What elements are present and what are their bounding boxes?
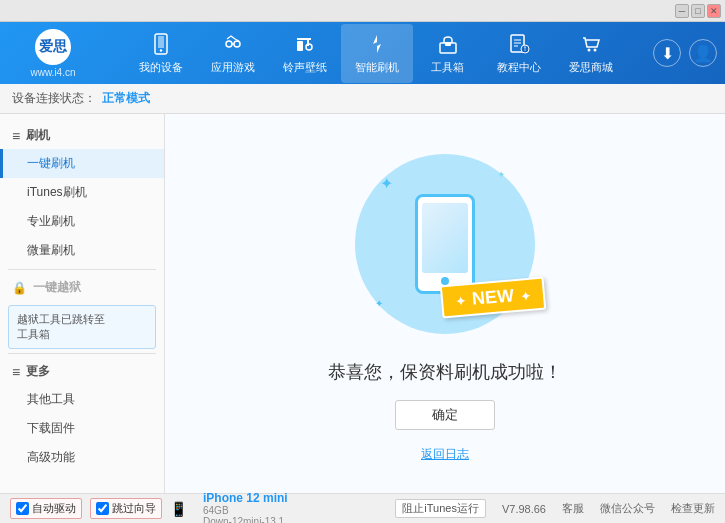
device-capacity: 64GB — [203, 505, 288, 516]
wechat-public-link[interactable]: 微信公众号 — [600, 501, 655, 516]
stop-itunes-btn[interactable]: 阻止iTunes运行 — [395, 499, 486, 518]
confirm-button[interactable]: 确定 — [395, 400, 495, 430]
sidebar-item-other-tools[interactable]: 其他工具 — [0, 385, 164, 414]
nav-my-device[interactable]: 我的设备 — [125, 24, 197, 83]
svg-point-3 — [226, 41, 232, 47]
store-icon — [579, 32, 603, 56]
sidebar-divider-2 — [8, 353, 156, 354]
sidebar-item-micro[interactable]: 微量刷机 — [0, 236, 164, 265]
window-controls[interactable]: ─ □ ✕ — [675, 4, 721, 18]
svg-point-14 — [593, 48, 596, 51]
logo-area[interactable]: 爱思 www.i4.cn — [8, 29, 98, 78]
nav-store[interactable]: 爱思商城 — [555, 24, 627, 83]
lock-icon: 🔒 — [12, 281, 27, 295]
jailbreak-note-text: 越狱工具已跳转至工具箱 — [17, 313, 105, 340]
sidebar-item-download-firmware[interactable]: 下载固件 — [0, 414, 164, 443]
sparkle-2: ✦ — [497, 169, 505, 180]
sidebar-item-onekey[interactable]: 一键刷机 — [0, 149, 164, 178]
center-content: ✦ ✦ ✦ ✦ NEW ✦ 恭喜您，保资料刷机成功啦！ — [165, 114, 725, 493]
check-update-link[interactable]: 检查更新 — [671, 501, 715, 516]
smart-flash-icon — [365, 32, 389, 56]
status-label: 设备连接状态： — [12, 90, 96, 107]
device-name: iPhone 12 mini — [203, 491, 288, 505]
sidebar-item-pro[interactable]: 专业刷机 — [0, 207, 164, 236]
skip-wizard-label: 跳过向导 — [112, 501, 156, 516]
sidebar-section-flash: ≡ 刷机 — [0, 122, 164, 149]
status-value: 正常模式 — [102, 90, 150, 107]
nav-ringtone[interactable]: 铃声壁纸 — [269, 24, 341, 83]
tutorial-icon — [507, 32, 531, 56]
nav-store-label: 爱思商城 — [569, 60, 613, 75]
phone-home-button — [441, 277, 449, 285]
svg-rect-10 — [445, 42, 451, 46]
sidebar-item-itunes[interactable]: iTunes刷机 — [0, 178, 164, 207]
sparkle-3: ✦ — [375, 298, 383, 309]
phone-screen — [422, 203, 468, 273]
skip-wizard-checkbox[interactable] — [96, 502, 109, 515]
nav-right: ⬇ 👤 — [653, 39, 717, 67]
success-illustration: ✦ ✦ ✦ ✦ NEW ✦ — [345, 144, 545, 344]
user-btn[interactable]: 👤 — [689, 39, 717, 67]
jailbreak-note-box: 越狱工具已跳转至工具箱 — [8, 305, 156, 349]
minimize-btn[interactable]: ─ — [675, 4, 689, 18]
device-info-area: iPhone 12 mini 64GB Down-12mini-13,1 — [203, 491, 288, 524]
close-btn[interactable]: ✕ — [707, 4, 721, 18]
download-btn[interactable]: ⬇ — [653, 39, 681, 67]
bottom-left: 自动驱动 跳过向导 📱 iPhone 12 mini 64GB Down-12m… — [10, 491, 395, 524]
svg-point-13 — [587, 48, 590, 51]
nav-apps-games[interactable]: 应用游戏 — [197, 24, 269, 83]
nav-ringtone-label: 铃声壁纸 — [283, 60, 327, 75]
sidebar-divider-1 — [8, 269, 156, 270]
auto-drive-checkbox[interactable] — [16, 502, 29, 515]
title-bar: ─ □ ✕ — [0, 0, 725, 22]
nav-smart-flash-label: 智能刷机 — [355, 60, 399, 75]
version-text: V7.98.66 — [502, 503, 546, 515]
nav-my-device-label: 我的设备 — [139, 60, 183, 75]
status-bar: 设备连接状态： 正常模式 — [0, 84, 725, 114]
checkbox-group: 自动驱动 — [10, 498, 82, 519]
nav-smart-flash[interactable]: 智能刷机 — [341, 24, 413, 83]
bottom-bar: 自动驱动 跳过向导 📱 iPhone 12 mini 64GB Down-12m… — [0, 493, 725, 523]
nav-toolbox[interactable]: 工具箱 — [413, 24, 483, 83]
nav-items: 我的设备 应用游戏 — [98, 24, 653, 83]
logo-text: www.i4.cn — [30, 67, 75, 78]
svg-point-4 — [234, 41, 240, 47]
ringtone-icon — [293, 32, 317, 56]
sparkle-1: ✦ — [380, 174, 393, 193]
nav-tutorial[interactable]: 教程中心 — [483, 24, 555, 83]
maximize-btn[interactable]: □ — [691, 4, 705, 18]
flash-section-icon: ≡ — [12, 128, 20, 144]
sidebar-section-more: ≡ 更多 — [0, 358, 164, 385]
svg-point-12 — [521, 45, 529, 53]
phone-body — [415, 194, 475, 294]
phone-circle-bg: ✦ ✦ ✦ ✦ NEW ✦ — [355, 154, 535, 334]
back-log-link[interactable]: 返回日志 — [421, 446, 469, 463]
svg-point-2 — [159, 49, 161, 51]
my-device-icon — [149, 32, 173, 56]
device-phone-icon: 📱 — [170, 501, 187, 517]
svg-rect-5 — [297, 41, 303, 51]
device-model: Down-12mini-13,1 — [203, 516, 288, 524]
logo-icon: 爱思 — [35, 29, 71, 65]
main-content: ≡ 刷机 一键刷机 iTunes刷机 专业刷机 微量刷机 🔒 一键越狱 越狱工具… — [0, 114, 725, 493]
nav-apps-games-label: 应用游戏 — [211, 60, 255, 75]
success-text: 恭喜您，保资料刷机成功啦！ — [328, 360, 562, 384]
sidebar-section-jailbreak: 🔒 一键越狱 — [0, 274, 164, 301]
customer-service-link[interactable]: 客服 — [562, 501, 584, 516]
sidebar: ≡ 刷机 一键刷机 iTunes刷机 专业刷机 微量刷机 🔒 一键越狱 越狱工具… — [0, 114, 165, 493]
toolbox-icon — [436, 32, 460, 56]
nav-toolbox-label: 工具箱 — [431, 60, 464, 75]
svg-rect-1 — [158, 36, 164, 48]
nav-bar: 爱思 www.i4.cn 我的设备 — [0, 22, 725, 84]
auto-drive-label: 自动驱动 — [32, 501, 76, 516]
checkbox-group-2: 跳过向导 — [90, 498, 162, 519]
apps-games-icon — [221, 32, 245, 56]
nav-tutorial-label: 教程中心 — [497, 60, 541, 75]
sidebar-item-advanced[interactable]: 高级功能 — [0, 443, 164, 472]
more-section-icon: ≡ — [12, 364, 20, 380]
bottom-right: 阻止iTunes运行 V7.98.66 客服 微信公众号 检查更新 — [395, 499, 715, 518]
